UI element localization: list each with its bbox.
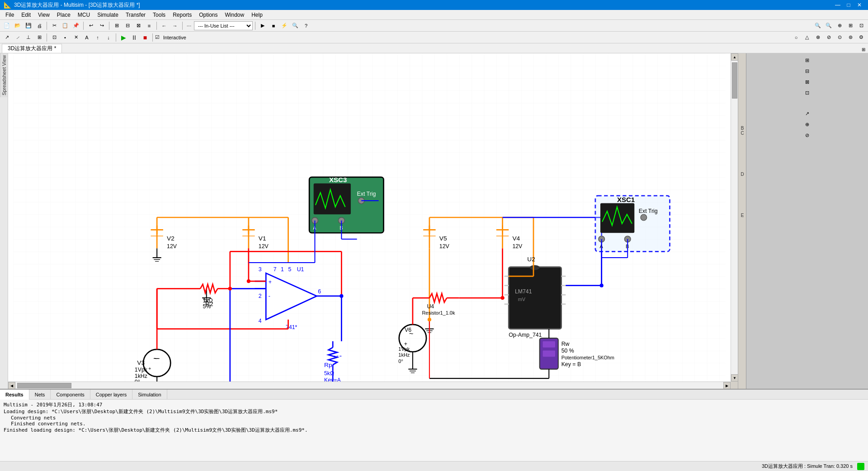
tb-btn-d[interactable]: ≡ bbox=[144, 21, 154, 31]
tb-stop-sim[interactable]: ■ bbox=[269, 21, 278, 31]
menu-window[interactable]: Window bbox=[222, 10, 248, 20]
instrument-3[interactable]: ⊗ bbox=[813, 33, 823, 42]
scroll-down-arrow[interactable]: ▼ bbox=[731, 374, 738, 382]
right-tb-4[interactable]: ⊡ bbox=[802, 88, 812, 98]
net-tool[interactable]: ⊥ bbox=[24, 33, 33, 42]
menu-mcu[interactable]: MCU bbox=[74, 10, 94, 20]
right-tb-3[interactable]: ⊠ bbox=[802, 77, 812, 87]
arrow-tool[interactable]: ↗ bbox=[2, 33, 12, 42]
tab-components[interactable]: Components bbox=[51, 390, 90, 400]
right-tb-6[interactable]: ⊕ bbox=[802, 119, 812, 129]
instrument-4[interactable]: ⊘ bbox=[824, 33, 834, 42]
canvas-container: V2 12V V1 12V bbox=[8, 53, 738, 389]
schematic-tab[interactable]: 3D运算放大器应用 * bbox=[2, 44, 62, 53]
undo-button[interactable]: ↩ bbox=[86, 21, 96, 31]
menu-help[interactable]: Help bbox=[248, 10, 266, 20]
instrument-5[interactable]: ⊙ bbox=[835, 33, 844, 42]
vertical-scroll-thumb[interactable] bbox=[732, 62, 737, 99]
scroll-up-arrow[interactable]: ▲ bbox=[731, 53, 738, 61]
zoom-reset-button[interactable]: ⊡ bbox=[856, 21, 866, 31]
tab-copper-layers[interactable]: Copper layers bbox=[90, 390, 132, 400]
vertical-scrollbar[interactable]: ▲ ▼ bbox=[731, 53, 738, 382]
spreadsheet-view-label[interactable]: Spreadsheet View bbox=[0, 53, 8, 97]
zoom-in-button[interactable]: 🔍 bbox=[813, 21, 823, 31]
no-connect-tool[interactable]: ✕ bbox=[71, 33, 81, 42]
menu-options[interactable]: Options bbox=[195, 10, 221, 20]
bus-tool[interactable]: ⊞ bbox=[34, 33, 44, 42]
wire-tool[interactable]: ⟋ bbox=[13, 33, 23, 42]
tb-btn-b[interactable]: ⊟ bbox=[123, 21, 132, 31]
junction-tool[interactable]: • bbox=[60, 33, 70, 42]
tb-btn-f[interactable]: → bbox=[170, 21, 180, 31]
right-tb-5[interactable]: ↗ bbox=[802, 108, 812, 118]
schematic-area[interactable]: V2 12V V1 12V bbox=[8, 53, 731, 382]
zoom-out-button[interactable]: 🔍 bbox=[824, 21, 834, 31]
maximize-button[interactable]: □ bbox=[844, 1, 854, 9]
print-button[interactable]: 🖨 bbox=[34, 21, 44, 31]
scroll-right-arrow[interactable]: ▶ bbox=[723, 382, 731, 389]
in-use-list-dropdown[interactable]: --- In-Use List --- bbox=[194, 21, 253, 30]
menu-file[interactable]: File bbox=[2, 10, 18, 20]
menu-edit[interactable]: Edit bbox=[18, 10, 34, 20]
menu-place[interactable]: Place bbox=[53, 10, 74, 20]
svg-text:5: 5 bbox=[288, 266, 292, 273]
ruler-label-b: B bbox=[738, 126, 746, 131]
sim-toolbar: ↗ ⟋ ⊥ ⊞ ⊡ • ✕ A ↑ ↓ ▶ ⏸ ■ ☑ Interactive … bbox=[0, 32, 868, 43]
cut-button[interactable]: ✂ bbox=[49, 21, 59, 31]
menu-transfer[interactable]: Transfer bbox=[122, 10, 149, 20]
zoom-fit-button[interactable]: ⊕ bbox=[835, 21, 844, 31]
status-right: 3D运算放大器应用 : Simule Tran: 0.320 s bbox=[762, 463, 864, 470]
right-tb-1[interactable]: ⊞ bbox=[802, 55, 812, 65]
zoom-area-button[interactable]: ⊞ bbox=[845, 21, 855, 31]
tb-btn-c[interactable]: ⊠ bbox=[133, 21, 143, 31]
instrument-2[interactable]: △ bbox=[802, 33, 812, 42]
instrument-settings[interactable]: ⚙ bbox=[856, 33, 866, 42]
open-button[interactable]: 📂 bbox=[13, 21, 23, 31]
status-bar: 3D运算放大器应用 : Simule Tran: 0.320 s bbox=[0, 461, 868, 471]
stop-simulation-button[interactable]: ■ bbox=[140, 33, 150, 42]
svg-text:4: 4 bbox=[259, 318, 262, 324]
save-button[interactable]: 💾 bbox=[24, 21, 33, 31]
new-tab-button[interactable]: ⊞ bbox=[859, 46, 868, 53]
scroll-left-arrow[interactable]: ◀ bbox=[8, 382, 15, 389]
horizontal-scrollbar[interactable]: ◀ ▶ bbox=[8, 382, 731, 389]
menu-reports[interactable]: Reports bbox=[169, 10, 195, 20]
tb-btn-a[interactable]: ⊞ bbox=[112, 21, 122, 31]
svg-text:50 %: 50 % bbox=[561, 348, 574, 354]
menu-view[interactable]: View bbox=[34, 10, 53, 20]
gnd-tool[interactable]: ↓ bbox=[104, 33, 113, 42]
svg-rect-78 bbox=[314, 184, 351, 214]
menu-simulate[interactable]: Simulate bbox=[94, 10, 122, 20]
horizontal-scroll-thumb[interactable] bbox=[17, 383, 71, 388]
right-tb-7[interactable]: ⊘ bbox=[802, 130, 812, 140]
tb-btn-e[interactable]: ← bbox=[159, 21, 169, 31]
instrument-1[interactable]: ○ bbox=[791, 33, 801, 42]
tab-results[interactable]: Results bbox=[0, 390, 29, 400]
right-tb-2[interactable]: ⊟ bbox=[802, 66, 812, 76]
menu-tools[interactable]: Tools bbox=[149, 10, 169, 20]
svg-text:1: 1 bbox=[281, 266, 284, 273]
tb-btn-h[interactable]: 🔍 bbox=[290, 21, 300, 31]
copy-button[interactable]: 📋 bbox=[60, 21, 70, 31]
label-tool[interactable]: A bbox=[82, 33, 92, 42]
minimize-button[interactable]: — bbox=[833, 1, 843, 9]
tb-run[interactable]: ▶ bbox=[258, 21, 268, 31]
svg-text:V1: V1 bbox=[259, 235, 266, 242]
tb-btn-g[interactable]: ⚡ bbox=[279, 21, 289, 31]
new-button[interactable]: 📄 bbox=[2, 21, 12, 31]
right-toolbar: ⊞ ⊟ ⊠ ⊡ ↗ ⊕ ⊘ bbox=[746, 53, 868, 142]
instrument-6[interactable]: ⊚ bbox=[845, 33, 855, 42]
tab-nets[interactable]: Nets bbox=[29, 390, 51, 400]
title-text: 3D运算放大器应用 - Multisim - [3D运算放大器应用 *] bbox=[14, 1, 140, 9]
svg-text:V2: V2 bbox=[167, 235, 175, 242]
close-button[interactable]: ✕ bbox=[854, 1, 864, 9]
run-simulation-button[interactable]: ▶ bbox=[118, 33, 128, 42]
component-tool[interactable]: ⊡ bbox=[49, 33, 59, 42]
paste-button[interactable]: 📌 bbox=[71, 21, 81, 31]
pause-simulation-button[interactable]: ⏸ bbox=[129, 33, 139, 42]
title-bar-controls[interactable]: — □ ✕ bbox=[833, 1, 864, 9]
tb-help[interactable]: ? bbox=[301, 21, 311, 31]
vdd-tool[interactable]: ↑ bbox=[93, 33, 103, 42]
redo-button[interactable]: ↪ bbox=[97, 21, 107, 31]
tab-simulation[interactable]: Simulation bbox=[132, 390, 167, 400]
